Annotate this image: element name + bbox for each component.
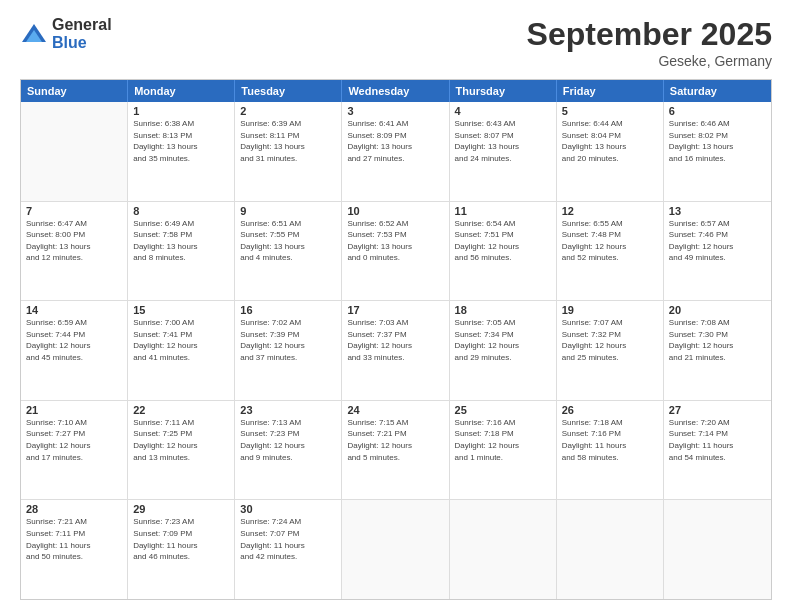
- calendar-cell: 4Sunrise: 6:43 AM Sunset: 8:07 PM Daylig…: [450, 102, 557, 201]
- calendar-cell: 8Sunrise: 6:49 AM Sunset: 7:58 PM Daylig…: [128, 202, 235, 301]
- calendar-cell: 16Sunrise: 7:02 AM Sunset: 7:39 PM Dayli…: [235, 301, 342, 400]
- calendar-cell: 29Sunrise: 7:23 AM Sunset: 7:09 PM Dayli…: [128, 500, 235, 599]
- calendar-cell: 27Sunrise: 7:20 AM Sunset: 7:14 PM Dayli…: [664, 401, 771, 500]
- calendar-cell: 17Sunrise: 7:03 AM Sunset: 7:37 PM Dayli…: [342, 301, 449, 400]
- day-number: 30: [240, 503, 336, 515]
- calendar-cell: 26Sunrise: 7:18 AM Sunset: 7:16 PM Dayli…: [557, 401, 664, 500]
- day-info: Sunrise: 6:55 AM Sunset: 7:48 PM Dayligh…: [562, 218, 658, 264]
- calendar-cell: 15Sunrise: 7:00 AM Sunset: 7:41 PM Dayli…: [128, 301, 235, 400]
- calendar-header-cell: Sunday: [21, 80, 128, 102]
- day-number: 15: [133, 304, 229, 316]
- calendar-header-cell: Monday: [128, 80, 235, 102]
- calendar-cell: 21Sunrise: 7:10 AM Sunset: 7:27 PM Dayli…: [21, 401, 128, 500]
- day-number: 10: [347, 205, 443, 217]
- day-number: 5: [562, 105, 658, 117]
- day-number: 1: [133, 105, 229, 117]
- calendar-cell: 13Sunrise: 6:57 AM Sunset: 7:46 PM Dayli…: [664, 202, 771, 301]
- calendar-cell: 5Sunrise: 6:44 AM Sunset: 8:04 PM Daylig…: [557, 102, 664, 201]
- day-info: Sunrise: 7:08 AM Sunset: 7:30 PM Dayligh…: [669, 317, 766, 363]
- day-info: Sunrise: 7:24 AM Sunset: 7:07 PM Dayligh…: [240, 516, 336, 562]
- calendar-header-cell: Friday: [557, 80, 664, 102]
- day-info: Sunrise: 7:11 AM Sunset: 7:25 PM Dayligh…: [133, 417, 229, 463]
- day-number: 2: [240, 105, 336, 117]
- day-number: 20: [669, 304, 766, 316]
- day-info: Sunrise: 6:47 AM Sunset: 8:00 PM Dayligh…: [26, 218, 122, 264]
- day-number: 26: [562, 404, 658, 416]
- calendar-header-cell: Thursday: [450, 80, 557, 102]
- calendar-cell: 18Sunrise: 7:05 AM Sunset: 7:34 PM Dayli…: [450, 301, 557, 400]
- logo-blue: Blue: [52, 34, 112, 52]
- calendar-cell: [21, 102, 128, 201]
- logo-icon: [20, 20, 48, 48]
- header: General Blue September 2025 Geseke, Germ…: [20, 16, 772, 69]
- calendar-row: 1Sunrise: 6:38 AM Sunset: 8:13 PM Daylig…: [21, 102, 771, 201]
- calendar-header-cell: Wednesday: [342, 80, 449, 102]
- day-number: 23: [240, 404, 336, 416]
- calendar-cell: 3Sunrise: 6:41 AM Sunset: 8:09 PM Daylig…: [342, 102, 449, 201]
- day-number: 9: [240, 205, 336, 217]
- day-info: Sunrise: 7:10 AM Sunset: 7:27 PM Dayligh…: [26, 417, 122, 463]
- day-info: Sunrise: 7:20 AM Sunset: 7:14 PM Dayligh…: [669, 417, 766, 463]
- day-number: 28: [26, 503, 122, 515]
- calendar-header-cell: Tuesday: [235, 80, 342, 102]
- day-number: 13: [669, 205, 766, 217]
- calendar-cell: 25Sunrise: 7:16 AM Sunset: 7:18 PM Dayli…: [450, 401, 557, 500]
- day-number: 24: [347, 404, 443, 416]
- day-info: Sunrise: 7:07 AM Sunset: 7:32 PM Dayligh…: [562, 317, 658, 363]
- day-info: Sunrise: 7:13 AM Sunset: 7:23 PM Dayligh…: [240, 417, 336, 463]
- calendar-cell: 11Sunrise: 6:54 AM Sunset: 7:51 PM Dayli…: [450, 202, 557, 301]
- title-month: September 2025: [527, 16, 772, 53]
- day-info: Sunrise: 6:57 AM Sunset: 7:46 PM Dayligh…: [669, 218, 766, 264]
- day-info: Sunrise: 6:51 AM Sunset: 7:55 PM Dayligh…: [240, 218, 336, 264]
- day-number: 21: [26, 404, 122, 416]
- calendar-cell: [450, 500, 557, 599]
- calendar-header: SundayMondayTuesdayWednesdayThursdayFrid…: [21, 80, 771, 102]
- calendar-cell: 10Sunrise: 6:52 AM Sunset: 7:53 PM Dayli…: [342, 202, 449, 301]
- day-info: Sunrise: 6:38 AM Sunset: 8:13 PM Dayligh…: [133, 118, 229, 164]
- calendar-cell: 30Sunrise: 7:24 AM Sunset: 7:07 PM Dayli…: [235, 500, 342, 599]
- calendar-cell: 6Sunrise: 6:46 AM Sunset: 8:02 PM Daylig…: [664, 102, 771, 201]
- day-number: 3: [347, 105, 443, 117]
- day-info: Sunrise: 7:05 AM Sunset: 7:34 PM Dayligh…: [455, 317, 551, 363]
- calendar-cell: [664, 500, 771, 599]
- day-number: 14: [26, 304, 122, 316]
- calendar-cell: 23Sunrise: 7:13 AM Sunset: 7:23 PM Dayli…: [235, 401, 342, 500]
- calendar-row: 21Sunrise: 7:10 AM Sunset: 7:27 PM Dayli…: [21, 400, 771, 500]
- calendar: SundayMondayTuesdayWednesdayThursdayFrid…: [20, 79, 772, 600]
- day-info: Sunrise: 6:39 AM Sunset: 8:11 PM Dayligh…: [240, 118, 336, 164]
- day-number: 19: [562, 304, 658, 316]
- calendar-cell: 14Sunrise: 6:59 AM Sunset: 7:44 PM Dayli…: [21, 301, 128, 400]
- day-number: 11: [455, 205, 551, 217]
- day-number: 27: [669, 404, 766, 416]
- calendar-cell: 7Sunrise: 6:47 AM Sunset: 8:00 PM Daylig…: [21, 202, 128, 301]
- calendar-cell: 28Sunrise: 7:21 AM Sunset: 7:11 PM Dayli…: [21, 500, 128, 599]
- calendar-cell: 22Sunrise: 7:11 AM Sunset: 7:25 PM Dayli…: [128, 401, 235, 500]
- calendar-row: 14Sunrise: 6:59 AM Sunset: 7:44 PM Dayli…: [21, 300, 771, 400]
- day-info: Sunrise: 6:41 AM Sunset: 8:09 PM Dayligh…: [347, 118, 443, 164]
- day-number: 25: [455, 404, 551, 416]
- calendar-body: 1Sunrise: 6:38 AM Sunset: 8:13 PM Daylig…: [21, 102, 771, 599]
- day-info: Sunrise: 7:15 AM Sunset: 7:21 PM Dayligh…: [347, 417, 443, 463]
- day-number: 7: [26, 205, 122, 217]
- day-info: Sunrise: 6:49 AM Sunset: 7:58 PM Dayligh…: [133, 218, 229, 264]
- day-info: Sunrise: 6:59 AM Sunset: 7:44 PM Dayligh…: [26, 317, 122, 363]
- day-number: 8: [133, 205, 229, 217]
- day-info: Sunrise: 7:02 AM Sunset: 7:39 PM Dayligh…: [240, 317, 336, 363]
- logo: General Blue: [20, 16, 112, 51]
- day-number: 16: [240, 304, 336, 316]
- day-info: Sunrise: 6:43 AM Sunset: 8:07 PM Dayligh…: [455, 118, 551, 164]
- calendar-header-cell: Saturday: [664, 80, 771, 102]
- title-location: Geseke, Germany: [527, 53, 772, 69]
- day-info: Sunrise: 7:00 AM Sunset: 7:41 PM Dayligh…: [133, 317, 229, 363]
- day-number: 4: [455, 105, 551, 117]
- calendar-row: 28Sunrise: 7:21 AM Sunset: 7:11 PM Dayli…: [21, 499, 771, 599]
- logo-text: General Blue: [52, 16, 112, 51]
- day-number: 18: [455, 304, 551, 316]
- day-info: Sunrise: 7:18 AM Sunset: 7:16 PM Dayligh…: [562, 417, 658, 463]
- day-number: 6: [669, 105, 766, 117]
- calendar-cell: 12Sunrise: 6:55 AM Sunset: 7:48 PM Dayli…: [557, 202, 664, 301]
- day-info: Sunrise: 7:16 AM Sunset: 7:18 PM Dayligh…: [455, 417, 551, 463]
- calendar-cell: 9Sunrise: 6:51 AM Sunset: 7:55 PM Daylig…: [235, 202, 342, 301]
- calendar-cell: 24Sunrise: 7:15 AM Sunset: 7:21 PM Dayli…: [342, 401, 449, 500]
- day-info: Sunrise: 7:21 AM Sunset: 7:11 PM Dayligh…: [26, 516, 122, 562]
